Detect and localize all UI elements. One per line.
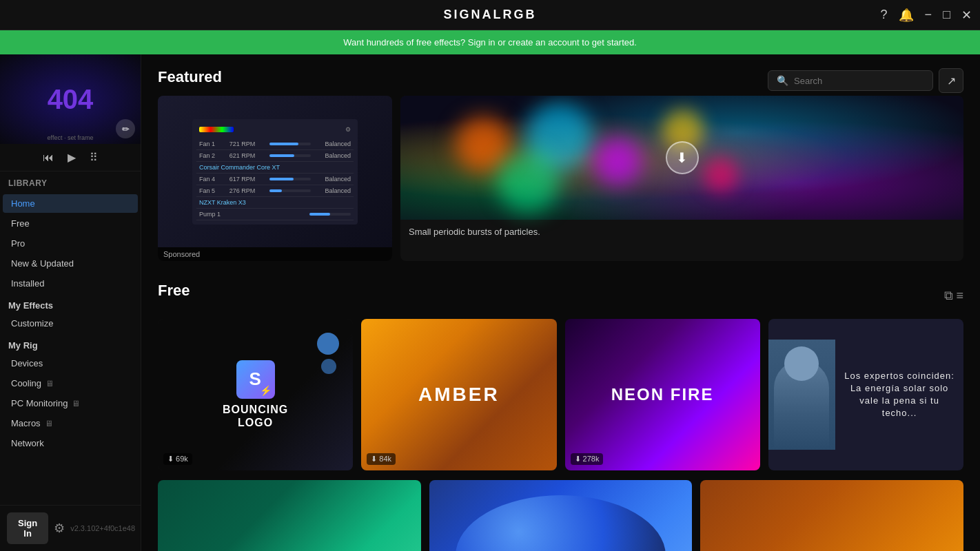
- second-row-grid: [158, 480, 963, 551]
- ad-image: [768, 340, 835, 450]
- sidebar-item-pro[interactable]: Pro: [3, 234, 138, 253]
- fan-row-2: Fan 2621 RPM Balanced: [196, 150, 354, 162]
- app-logo: SIGNALRGB: [444, 8, 537, 22]
- amber-count: ⬇ 84k: [367, 453, 396, 465]
- sidebar-item-devices[interactable]: Devices: [3, 354, 138, 373]
- bouncing-circles: [317, 333, 339, 374]
- featured-sponsor-card[interactable]: ⚙ Fan 1721 RPM Balanced Fan 2621 RPM Bal…: [158, 96, 392, 261]
- effect-card-neon-fire[interactable]: NEON FIRE ⬇ 278k: [565, 319, 760, 470]
- filter-icon: ⧉: [944, 289, 953, 303]
- playback-controls: ⏮ ▶ ⠿: [0, 144, 141, 171]
- featured-main-bg: ⬇: [400, 96, 963, 220]
- effect-card-orange[interactable]: [700, 480, 963, 551]
- effect-card-bouncing-logo[interactable]: S⚡ BOUNCINGLOGO ⬇ 69k: [158, 319, 353, 470]
- cooling-icon: 🖥: [45, 379, 54, 388]
- preview-effect-sublabel: effect · set frame: [48, 134, 94, 141]
- sidebar-item-macros[interactable]: Macros 🖥: [3, 414, 138, 433]
- main-layout: 404 effect · set frame ✏ ⏮ ▶ ⠿ Library H…: [0, 54, 980, 551]
- macros-icon: 🖥: [45, 419, 53, 428]
- maximize-icon[interactable]: □: [943, 8, 950, 22]
- my-rig-title: My Rig: [0, 333, 141, 353]
- amber-title: AMBER: [418, 384, 500, 406]
- neon-fire-title: NEON FIRE: [611, 385, 714, 404]
- featured-grid: ⚙ Fan 1721 RPM Balanced Fan 2621 RPM Bal…: [158, 96, 963, 261]
- settings-icon[interactable]: ⚙: [54, 521, 65, 536]
- sidebar-item-network[interactable]: Network: [3, 434, 138, 453]
- amber-bg: AMBER: [361, 319, 556, 470]
- window-controls: ? 🔔 − □ ✕: [881, 8, 972, 23]
- sidebar-item-home[interactable]: Home: [3, 194, 138, 213]
- version-label: v2.3.102+4f0c1e48: [70, 524, 135, 532]
- bell-icon[interactable]: 🔔: [899, 8, 914, 23]
- featured-download-button[interactable]: ⬇: [666, 141, 699, 174]
- featured-main-card[interactable]: ⬇ Small periodic bursts of particles.: [400, 96, 963, 261]
- sidebar-item-installed[interactable]: Installed: [3, 274, 138, 293]
- sidebar-bottom: Sign In ⚙ v2.3.102+4f0c1e48: [0, 505, 141, 551]
- sidebar-item-free[interactable]: Free: [3, 214, 138, 233]
- neon-fire-count: ⬇ 278k: [571, 453, 604, 465]
- play-button[interactable]: ▶: [68, 151, 76, 164]
- close-icon[interactable]: ✕: [961, 8, 972, 23]
- featured-main-description: Small periodic bursts of particles.: [400, 220, 963, 244]
- fan-dashboard: ⚙ Fan 1721 RPM Balanced Fan 2621 RPM Bal…: [192, 119, 358, 225]
- sidebar-item-cooling[interactable]: Cooling 🖥: [3, 374, 138, 393]
- bouncing-logo-bg: S⚡ BOUNCINGLOGO: [158, 319, 353, 470]
- bouncing-logo-content: S⚡ BOUNCINGLOGO: [223, 360, 288, 429]
- main-content: 🔍 ↗ Featured ⚙ Fan 1721 RPM: [141, 54, 980, 551]
- ad-card-bg: Los expertos coinciden: La energía solar…: [768, 319, 963, 470]
- fan-row-1: Fan 1721 RPM Balanced: [196, 138, 354, 150]
- library-title: Library: [8, 178, 132, 188]
- fan-row-pump: Pump 1: [196, 209, 354, 220]
- minimize-icon[interactable]: −: [925, 8, 932, 22]
- filter-label: ≡: [956, 289, 963, 303]
- search-box[interactable]: 🔍: [768, 70, 933, 91]
- bouncing-logo-count: ⬇ 69k: [163, 453, 192, 465]
- library-section: Library: [0, 171, 141, 194]
- open-external-button[interactable]: ↗: [939, 68, 963, 93]
- edit-preview-button[interactable]: ✏: [116, 119, 135, 138]
- sponsor-image: ⚙ Fan 1721 RPM Balanced Fan 2621 RPM Bal…: [158, 96, 392, 247]
- search-icon: 🔍: [777, 75, 788, 86]
- search-area: 🔍 ↗: [768, 68, 963, 93]
- sign-in-button[interactable]: Sign In: [7, 512, 48, 544]
- ad-text: Los expertos coinciden: La energía solar…: [835, 363, 963, 427]
- search-input[interactable]: [794, 76, 924, 86]
- preview-404: 404: [48, 84, 94, 115]
- effect-card-blue[interactable]: [429, 480, 693, 551]
- grid-view-button[interactable]: ⠿: [90, 151, 98, 164]
- free-effects-grid: S⚡ BOUNCINGLOGO ⬇ 69k AMBER ⬇ 84k NEON F…: [158, 319, 963, 470]
- filter-button[interactable]: ⧉ ≡: [944, 289, 963, 303]
- fan-row-5: Fan 5276 RPM Balanced: [196, 185, 354, 197]
- my-effects-title: My Effects: [0, 293, 141, 313]
- pc-monitoring-icon: 🖥: [72, 399, 80, 408]
- blue-abstract-bg: [429, 480, 693, 551]
- neon-fire-bg: NEON FIRE: [565, 319, 760, 470]
- fan-row-4: Fan 4617 RPM Balanced: [196, 174, 354, 185]
- sponsor-label: Sponsored: [158, 247, 392, 261]
- prev-track-button[interactable]: ⏮: [43, 152, 54, 164]
- sidebar-item-pc-monitoring[interactable]: PC Monitoring 🖥: [3, 394, 138, 413]
- ad-person: [768, 340, 835, 450]
- free-section-title: Free: [158, 282, 190, 300]
- effect-card-ad[interactable]: Los expertos coinciden: La energía solar…: [768, 319, 963, 470]
- effect-card-amber[interactable]: AMBER ⬇ 84k: [361, 319, 556, 470]
- sidebar: 404 effect · set frame ✏ ⏮ ▶ ⠿ Library H…: [0, 54, 141, 551]
- orange-particles-bg: [700, 480, 963, 551]
- green-forest-bg: [158, 480, 421, 551]
- titlebar: SIGNALRGB ? 🔔 − □ ✕: [0, 0, 980, 30]
- free-section-header: Free ⧉ ≡: [158, 282, 963, 309]
- effect-preview: 404 effect · set frame ✏: [0, 54, 141, 144]
- effect-card-green[interactable]: [158, 480, 421, 551]
- help-icon[interactable]: ?: [881, 8, 888, 22]
- sidebar-item-new-updated[interactable]: New & Updated: [3, 254, 138, 273]
- signup-banner: Want hundreds of free effects? Sign in o…: [0, 30, 980, 54]
- sidebar-item-customize[interactable]: Customize: [3, 314, 138, 333]
